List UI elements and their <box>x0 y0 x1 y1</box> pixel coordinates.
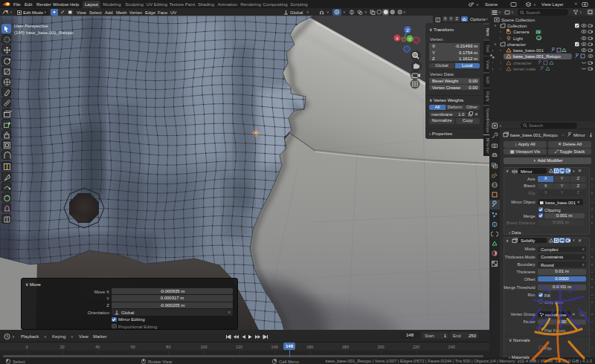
svg-text:Y: Y <box>408 37 411 42</box>
svg-text:Z: Z <box>406 28 409 33</box>
svg-text:X: X <box>396 36 399 41</box>
